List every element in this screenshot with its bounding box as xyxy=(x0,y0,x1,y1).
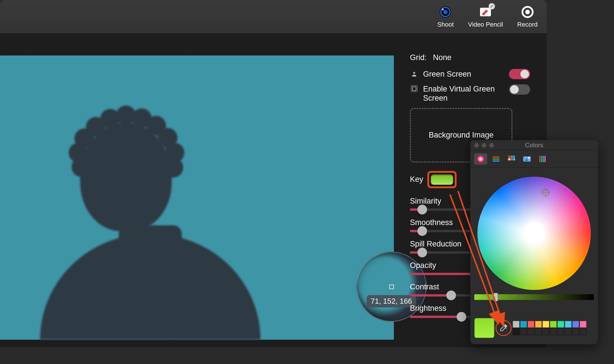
top-toolbar: Shoot ✓ Video Pencil Record xyxy=(0,0,547,34)
preset-swatch[interactable] xyxy=(550,328,557,335)
preset-swatch-grid[interactable] xyxy=(513,321,587,335)
color-wheel[interactable] xyxy=(477,177,591,290)
green-screen-toggle-row: Green Screen xyxy=(410,69,530,79)
aperture-icon xyxy=(439,5,452,19)
tab-image-palette[interactable] xyxy=(521,154,533,164)
content-area: 71, 152, 166 Grid: None Green Screen Ena… xyxy=(0,34,547,347)
eyedropper-highlight xyxy=(495,320,512,336)
preset-swatch[interactable] xyxy=(557,321,564,328)
colors-popover[interactable]: Colors xyxy=(470,140,598,344)
key-color-highlight xyxy=(427,171,457,188)
slider-knob[interactable] xyxy=(417,248,427,257)
svg-rect-9 xyxy=(411,85,417,92)
virtual-gs-label: Enable Virtual Green Screen xyxy=(423,84,504,103)
silhouette-body xyxy=(40,185,260,340)
tab-color-palette[interactable] xyxy=(505,154,518,164)
record-label: Record xyxy=(517,21,538,28)
preset-swatch[interactable] xyxy=(572,321,579,328)
virtual-gs-toggle[interactable] xyxy=(509,84,530,95)
tab-pencils[interactable] xyxy=(536,154,549,164)
grid-label: Grid: xyxy=(410,53,427,62)
preset-swatch[interactable] xyxy=(542,321,549,328)
preset-swatch[interactable] xyxy=(565,321,572,328)
video-pencil-button[interactable]: ✓ Video Pencil xyxy=(468,5,503,28)
tab-color-sliders[interactable] xyxy=(490,154,502,164)
preset-swatch[interactable] xyxy=(565,328,572,335)
brightness-slider-row xyxy=(474,294,594,300)
preset-swatch[interactable] xyxy=(542,328,549,335)
slider-knob[interactable] xyxy=(457,312,466,322)
grid-row: Grid: None xyxy=(410,53,530,62)
svg-rect-24 xyxy=(541,156,542,162)
app-window: Shoot ✓ Video Pencil Record xyxy=(0,0,547,347)
brightness-knob[interactable] xyxy=(493,293,498,301)
svg-point-7 xyxy=(413,72,415,73)
shoot-button[interactable]: Shoot xyxy=(437,5,454,28)
wheel-reticle-icon[interactable] xyxy=(542,189,549,196)
virtual-gs-row: Enable Virtual Green Screen xyxy=(410,84,530,103)
preset-swatch[interactable] xyxy=(535,328,542,335)
svg-rect-11 xyxy=(493,156,500,158)
svg-point-6 xyxy=(525,10,530,14)
preset-swatch[interactable] xyxy=(513,321,520,328)
svg-rect-12 xyxy=(493,158,500,160)
shoot-label: Shoot xyxy=(437,21,454,28)
swatch-row xyxy=(474,318,594,338)
preset-swatch[interactable] xyxy=(580,328,587,335)
svg-rect-23 xyxy=(539,156,540,162)
svg-rect-19 xyxy=(513,158,515,160)
current-color-swatch[interactable] xyxy=(474,318,494,338)
slider-knob[interactable] xyxy=(446,291,456,300)
record-icon xyxy=(521,5,534,19)
loupe-rgb-readout: 71, 152, 166 xyxy=(367,295,416,307)
popover-title: Colors xyxy=(470,142,598,149)
tab-color-wheel[interactable] xyxy=(474,154,487,164)
key-label: Key xyxy=(410,175,423,184)
chip-icon xyxy=(410,84,418,93)
preset-swatch[interactable] xyxy=(580,321,587,328)
brightness-slider[interactable] xyxy=(474,294,594,300)
preset-swatch[interactable] xyxy=(528,321,534,328)
green-screen-toggle[interactable] xyxy=(509,69,530,79)
svg-rect-14 xyxy=(508,156,510,158)
svg-rect-17 xyxy=(508,158,510,160)
svg-rect-15 xyxy=(511,156,513,158)
slider-knob[interactable] xyxy=(417,226,427,236)
color-wheel-area[interactable] xyxy=(470,168,598,291)
svg-point-10 xyxy=(477,156,484,162)
svg-point-22 xyxy=(528,157,530,159)
popover-titlebar: Colors xyxy=(470,140,598,150)
preset-swatch[interactable] xyxy=(557,328,564,335)
preset-swatch[interactable] xyxy=(528,328,534,335)
svg-rect-16 xyxy=(513,156,515,158)
preset-swatch[interactable] xyxy=(572,328,579,335)
preset-swatch[interactable] xyxy=(550,321,557,328)
svg-point-2 xyxy=(443,10,447,14)
color-picker-tabs xyxy=(470,150,598,168)
video-pencil-icon: ✓ xyxy=(479,5,492,19)
key-color-well[interactable] xyxy=(431,174,453,185)
svg-rect-13 xyxy=(493,160,500,162)
svg-point-3 xyxy=(442,9,444,10)
svg-rect-26 xyxy=(544,156,546,162)
preset-swatch[interactable] xyxy=(520,328,527,335)
preset-swatch[interactable] xyxy=(513,328,520,335)
green-screen-label: Green Screen xyxy=(423,70,504,79)
loupe-target-icon xyxy=(389,285,394,289)
slider-knob[interactable] xyxy=(417,205,427,214)
background-image-label: Background Image xyxy=(429,131,494,140)
svg-rect-25 xyxy=(543,156,544,162)
svg-rect-18 xyxy=(511,158,513,160)
video-pencil-label: Video Pencil xyxy=(468,21,503,28)
grid-value[interactable]: None xyxy=(433,53,452,62)
person-icon xyxy=(410,70,418,78)
record-button[interactable]: Record xyxy=(517,5,538,28)
preset-swatch[interactable] xyxy=(520,321,527,328)
svg-rect-8 xyxy=(412,87,416,91)
eyedropper-button[interactable] xyxy=(497,322,510,334)
preset-swatch[interactable] xyxy=(535,321,542,328)
camera-viewport xyxy=(0,55,394,340)
